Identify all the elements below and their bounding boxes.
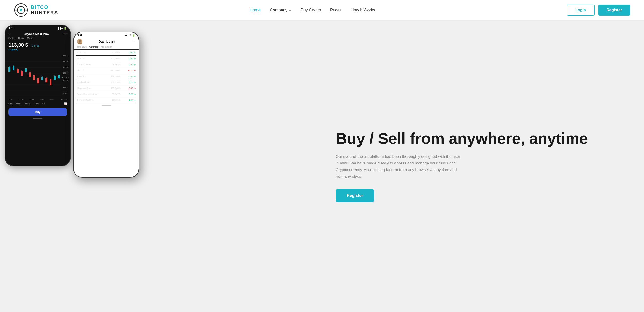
nav-home[interactable]: Home — [250, 8, 261, 12]
phone-front: 9:41 🔋 Dashboard — [73, 31, 140, 178]
back-exchange: NASDAQ — [5, 48, 70, 52]
svg-text:B: B — [20, 8, 22, 12]
chart-area: 150,00 140,00 130,00 120,00 ◄ 113,00 110… — [5, 52, 70, 98]
phone-back-header: ‹ Beyond Meat INC. ··· — [5, 31, 70, 36]
phone-front-time: 9:41 — [78, 34, 82, 36]
nav-company-link[interactable]: Company — [270, 8, 292, 12]
stocks-table: AT&T Inc. 32,445 $ 0,09 % MSCI Inc. 233,… — [74, 49, 139, 103]
hero-title: Buy / Sell from anywhere, anytime — [336, 130, 626, 147]
back-tab-chart[interactable]: Chart — [27, 37, 32, 40]
svg-point-54 — [78, 40, 81, 42]
phone-back-icons: ▐▐ ≋ 🔋 — [57, 27, 66, 30]
stock-price: 32,445 $ — [105, 51, 120, 54]
period-week[interactable]: Week — [16, 102, 22, 105]
stock-price: 198,350 $ — [105, 75, 120, 77]
home-indicator-front — [102, 105, 111, 106]
nav-how-it-works-link[interactable]: How It Works — [351, 8, 375, 12]
stock-name: Cisco Systems — [77, 63, 100, 65]
phone-front-tabs: ants News Watchlist Market Over — [74, 45, 139, 49]
tab-ants-news[interactable]: ants News — [77, 46, 86, 49]
nav-links: Home Company Buy Crypto Prices How It Wo… — [250, 8, 375, 12]
stock-change: -0,09 % — [126, 87, 136, 89]
hero-description: Our state-of-the-art platform has been t… — [336, 153, 464, 180]
phone-front-screen: 9:41 🔋 Dashboard — [74, 32, 139, 177]
tab-market-over[interactable]: Market Over — [100, 46, 112, 49]
phone-front-icons: 🔋 — [126, 34, 135, 36]
tab-watchlist[interactable]: Watchlist — [89, 46, 98, 49]
login-button[interactable]: Login — [567, 4, 595, 15]
nav-buy-crypto-link[interactable]: Buy Crypto — [301, 8, 321, 12]
period-all[interactable]: All — [42, 102, 44, 105]
svg-rect-50 — [126, 35, 126, 36]
logo-hunters: HUNTERS — [30, 10, 58, 15]
back-tab-news[interactable]: News — [18, 37, 24, 40]
svg-rect-49 — [126, 35, 126, 36]
svg-text:130,00: 130,00 — [63, 66, 68, 68]
wifi-icon — [129, 34, 132, 36]
user-avatar — [77, 39, 82, 44]
stock-name: 3M Co. — [77, 69, 100, 71]
svg-text:100,00: 100,00 — [63, 86, 68, 88]
register-button[interactable]: Register — [598, 4, 630, 15]
phone-back-notch — [31, 25, 44, 28]
stock-name: MSCI Inc. — [77, 57, 100, 60]
stock-row-2[interactable]: Cisco Systems 56,205 $ 0,30 % — [76, 61, 136, 67]
stock-price: 113,00 $ — [105, 99, 120, 101]
back-time-row: 11 am 12 am 1 pm 2 pm 3 pm 03:45:09 — [5, 98, 70, 101]
stock-name: Microsoft Corp. — [77, 87, 100, 89]
avatar-icon — [77, 39, 82, 44]
chevron-down-icon — [288, 9, 292, 12]
svg-text:90,00: 90,00 — [63, 92, 68, 95]
back-more[interactable]: ··· — [63, 32, 67, 36]
stock-change: 0,05 % — [126, 57, 136, 60]
stock-row-5[interactable]: Blackrock Inc. 452,910 $ 0,78 % — [76, 79, 136, 85]
stock-row-8[interactable]: Beyond Meat Inc. 113,00 $ 1,54 % — [76, 97, 136, 103]
back-arrow[interactable]: ‹ — [8, 32, 10, 36]
phone-front-notch — [100, 32, 113, 35]
chart-icon: 📈 — [64, 102, 67, 105]
stock-price: 88,847 $ — [105, 93, 120, 95]
period-year[interactable]: Year — [34, 102, 39, 105]
stock-name: Apple Inc. — [77, 75, 100, 77]
period-day[interactable]: Day — [8, 102, 12, 105]
logo-text: BITCO HUNTERS — [30, 4, 58, 15]
nav-buy-crypto[interactable]: Buy Crypto — [301, 8, 321, 12]
svg-rect-40 — [41, 76, 43, 80]
signal-icon — [126, 34, 128, 36]
period-month[interactable]: Month — [25, 102, 31, 105]
logo[interactable]: B BITCO HUNTERS — [14, 3, 58, 17]
hero-section: 9:41 ▐▐ ≋ 🔋 ‹ Beyond Meat INC. ··· Profi… — [0, 20, 644, 312]
stock-name: Zoom Video Commu... — [77, 93, 100, 95]
nav-how-it-works[interactable]: How It Works — [351, 8, 375, 12]
stock-row-1[interactable]: MSCI Inc. 233,600 $ 0,05 % — [76, 55, 136, 61]
buy-button[interactable]: Buy — [8, 108, 67, 116]
stock-row-3[interactable]: 3M Co. 171,590 $ -0,13 % — [76, 67, 136, 73]
nav-company[interactable]: Company — [270, 8, 292, 12]
dashboard-more[interactable]: ··· — [132, 40, 136, 43]
stock-row-0[interactable]: AT&T Inc. 32,445 $ 0,09 % — [76, 49, 136, 55]
svg-rect-46 — [54, 76, 56, 80]
back-tab-profile[interactable]: Profile — [8, 37, 15, 40]
logo-icon: B — [14, 3, 28, 17]
svg-rect-44 — [50, 79, 52, 85]
stock-price: 171,590 $ — [105, 69, 120, 71]
stock-row-6[interactable]: Microsoft Corp. 135.040 $ -0,09 % — [76, 85, 136, 91]
hero-register-button[interactable]: Register — [336, 189, 374, 202]
phone-back-time: 9:41 — [9, 27, 14, 30]
stock-price: 233,600 $ — [105, 57, 120, 60]
phone-back-price-row: 113,00 $ -1,54 % — [5, 41, 70, 48]
svg-text:150,00: 150,00 — [63, 55, 68, 57]
nav-prices[interactable]: Prices — [330, 8, 342, 12]
svg-rect-36 — [33, 75, 35, 80]
logo-bitco: BITCO — [30, 4, 58, 10]
stock-name: Beyond Meat Inc. — [77, 99, 100, 101]
nav-prices-link[interactable]: Prices — [330, 8, 342, 12]
nav-home-link[interactable]: Home — [250, 8, 261, 12]
navbar: B BITCO HUNTERS Home Company Buy Crypto … — [0, 0, 644, 20]
hero-phones: 9:41 ▐▐ ≋ 🔋 ‹ Beyond Meat INC. ··· Profi… — [0, 20, 322, 312]
dashboard-title: Dashboard — [99, 40, 116, 43]
stock-row-7[interactable]: Zoom Video Commu... 88,847 $ 0,20 % — [76, 91, 136, 97]
svg-rect-24 — [8, 67, 10, 72]
stock-price: 56,205 $ — [105, 63, 120, 65]
stock-row-4[interactable]: Apple Inc. 198,350 $ 0,03 % — [76, 73, 136, 79]
